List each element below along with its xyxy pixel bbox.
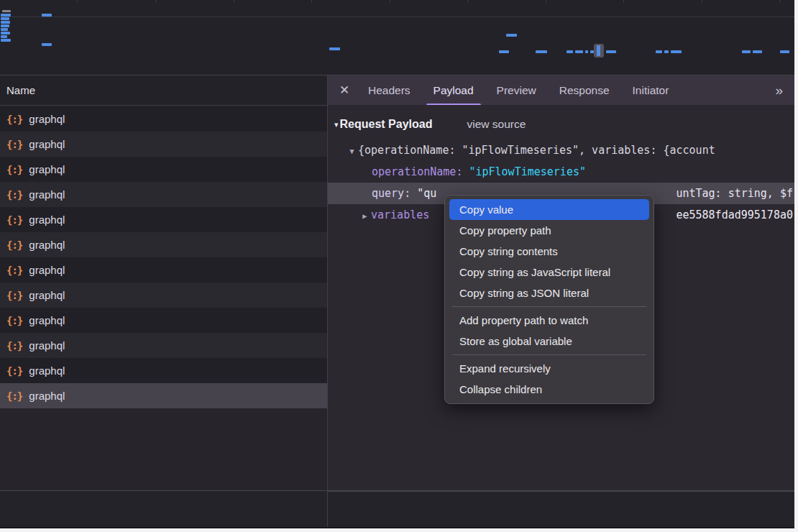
network-request-bar[interactable] [329, 47, 340, 50]
network-request-bar[interactable] [575, 50, 583, 53]
view-source-link[interactable]: view source [467, 118, 526, 131]
network-request-bar[interactable] [671, 50, 682, 53]
network-request-bar[interactable] [42, 43, 52, 46]
timeline-gridline [623, 0, 624, 3]
network-main-area: Name {:} graphql {:} graphql {:} [0, 75, 794, 528]
network-request-bar[interactable] [585, 50, 588, 53]
json-braces-icon: {:} [6, 189, 22, 201]
context-menu-item[interactable] [452, 306, 646, 307]
request-row[interactable]: {:} graphql [0, 383, 327, 408]
network-request-bar[interactable] [753, 50, 762, 53]
detail-tab[interactable]: Payload [434, 75, 474, 105]
request-name: graphql [29, 364, 65, 377]
request-row[interactable]: {:} graphql [0, 106, 327, 132]
hovered-request-bar[interactable] [597, 45, 600, 56]
timeline-gridline [155, 0, 156, 3]
context-menu-item-label: Collapse children [459, 383, 542, 395]
section-collapse-icon[interactable]: ▾ [334, 120, 339, 129]
network-request-bar[interactable] [567, 50, 573, 53]
requests-panel: Name {:} graphql {:} graphql {:} [0, 75, 327, 528]
devtools-network-panel: Name {:} graphql {:} graphql {:} [0, 0, 794, 528]
request-row[interactable]: {:} graphql [0, 257, 327, 283]
expand-arrow-icon[interactable]: ▼ [346, 140, 358, 161]
request-row[interactable]: {:} graphql [0, 358, 327, 383]
json-braces-icon: {:} [6, 265, 22, 276]
context-menu-item[interactable]: Copy string as JavaScript literal [445, 262, 653, 283]
detail-tab[interactable]: Headers [368, 75, 411, 105]
request-name: graphql [29, 188, 65, 201]
payload-row-operation-name[interactable]: operationName:"ipFlowTimeseries" [328, 161, 794, 183]
detail-tab-label: Headers [368, 84, 411, 97]
json-key: variables [371, 208, 429, 221]
network-request-bar[interactable] [1, 14, 11, 17]
context-menu-item[interactable]: Add property path to watch [445, 310, 653, 331]
timeline-gridline [702, 0, 702, 3]
detail-tab[interactable]: Initiator [633, 75, 669, 105]
network-request-bar[interactable] [536, 50, 547, 53]
network-request-bar[interactable] [499, 50, 509, 53]
json-braces-icon: {:} [6, 114, 22, 125]
more-tabs-icon[interactable]: » [775, 83, 781, 98]
network-request-bar[interactable] [1, 35, 7, 38]
context-menu-item[interactable]: Store as global variable [445, 331, 653, 352]
network-request-bar[interactable] [1, 39, 11, 42]
context-menu-item-label: Expand recursively [459, 362, 551, 375]
request-payload-section-header[interactable]: ▾ Request Payload view source [328, 106, 794, 135]
details-tabbar: ✕ Headers Payload Preview [328, 75, 794, 106]
context-menu-item[interactable]: Copy string as JSON literal [445, 283, 653, 303]
detail-tab[interactable]: Preview [497, 75, 536, 105]
payload-row-summary[interactable]: ▼{operationName: "ipFlowTimeseries", var… [328, 139, 794, 161]
detail-tab[interactable]: Response [559, 75, 610, 105]
timeline-gridline [779, 0, 780, 3]
timeline-gridline [311, 0, 312, 3]
context-menu-item[interactable]: Copy property path [445, 220, 653, 241]
network-request-bar[interactable] [42, 14, 52, 17]
context-menu-item-label: Copy property path [459, 224, 551, 237]
context-menu-item[interactable]: Expand recursively [445, 358, 653, 379]
timeline-gridline [234, 0, 234, 3]
request-name: graphql [29, 264, 65, 276]
request-row[interactable]: {:} graphql [0, 207, 327, 232]
close-icon[interactable]: ✕ [339, 83, 352, 98]
network-request-bar[interactable] [780, 50, 789, 53]
network-request-bar[interactable] [1, 17, 9, 20]
request-row[interactable]: {:} graphql [0, 182, 327, 207]
context-menu-item-label: Add property path to watch [459, 314, 588, 326]
collapsed-arrow-icon[interactable]: ▶ [359, 205, 371, 226]
network-request-bar[interactable] [1, 32, 10, 35]
request-row[interactable]: {:} graphql [0, 157, 327, 182]
network-overview-timeline[interactable] [0, 0, 794, 75]
context-menu-item[interactable]: Collapse children [445, 379, 653, 400]
request-row[interactable]: {:} graphql [0, 232, 327, 257]
context-menu-item[interactable] [452, 354, 646, 355]
request-row[interactable]: {:} graphql [0, 333, 327, 358]
panel-divider[interactable] [327, 75, 328, 528]
network-request-bar[interactable] [1, 28, 8, 31]
request-name: graphql [29, 314, 65, 326]
context-menu-item-label: Copy value [459, 203, 513, 216]
network-request-bar[interactable] [1, 21, 10, 24]
details-footer-area [328, 491, 794, 528]
json-key: query: [372, 187, 411, 200]
request-row[interactable]: {:} graphql [0, 132, 327, 157]
summary-text: {operationName: "ipFlowTimeseries", vari… [358, 144, 715, 157]
network-request-bar[interactable] [606, 50, 616, 53]
network-request-bar[interactable] [664, 50, 669, 53]
request-row[interactable]: {:} graphql [0, 283, 327, 308]
context-menu: Copy value Copy property path Copy strin… [444, 195, 654, 404]
network-request-bar[interactable] [2, 10, 11, 12]
network-request-bar[interactable] [506, 34, 517, 37]
json-string-value-start: "qu [417, 187, 436, 200]
context-menu-item[interactable]: Copy string contents [445, 241, 653, 262]
column-header-name[interactable]: Name [0, 75, 327, 106]
request-name: graphql [29, 163, 65, 175]
network-request-bar[interactable] [656, 50, 662, 53]
request-row[interactable]: {:} graphql [0, 308, 327, 333]
json-braces-icon: {:} [6, 365, 22, 377]
request-name: graphql [29, 289, 65, 301]
json-braces-icon: {:} [6, 214, 22, 226]
network-request-bar[interactable] [1, 24, 9, 27]
network-request-bar[interactable] [742, 50, 751, 53]
timeline-gridline [467, 0, 468, 3]
context-menu-item[interactable]: Copy value [449, 199, 649, 220]
